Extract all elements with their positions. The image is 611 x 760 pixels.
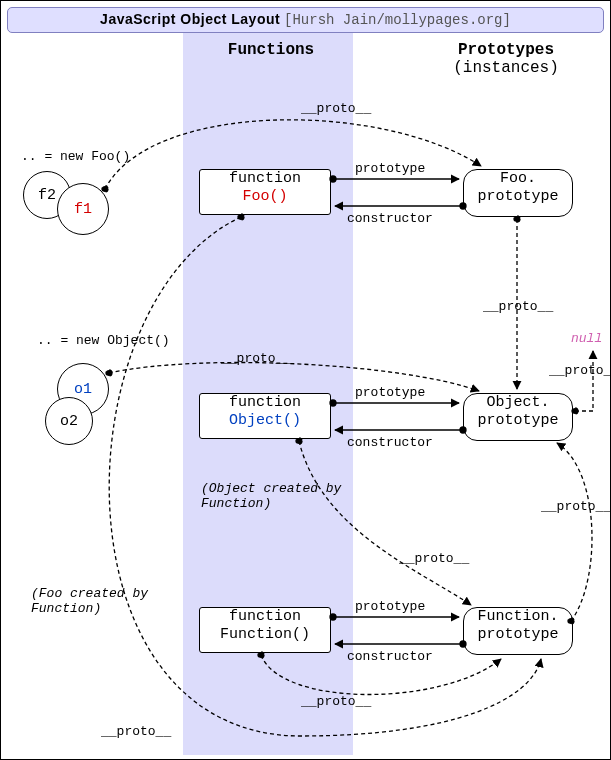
node-instance-o2: o2 xyxy=(45,397,93,445)
node-function-function: function Function() xyxy=(199,607,331,653)
fun-proto-l2: prototype xyxy=(477,626,558,643)
fn-function-kw: function xyxy=(229,608,301,625)
obj-proto-l2: prototype xyxy=(477,412,558,429)
node-foo-prototype: Foo. prototype xyxy=(463,169,573,217)
label-new-foo: .. = new Foo() xyxy=(21,149,130,164)
label-new-object: .. = new Object() xyxy=(37,333,170,348)
column-header-prototypes: Prototypes (instances) xyxy=(431,41,581,77)
edge-function-constructor xyxy=(335,641,466,647)
fn-foo-kw: function xyxy=(229,170,301,187)
label-null: null xyxy=(571,331,602,346)
label-prototype-obj: prototype xyxy=(355,385,425,400)
label-proto-f1: __proto__ xyxy=(301,101,371,116)
svg-point-13 xyxy=(106,370,112,376)
instance-o1-label: o1 xyxy=(74,381,92,398)
fn-object-kw: function xyxy=(229,394,301,411)
node-function-foo: function Foo() xyxy=(199,169,331,215)
svg-point-12 xyxy=(102,186,108,192)
label-proto-foo-to-funcpro: __proto__ xyxy=(101,724,171,739)
title-sub: [Hursh Jain/mollypages.org] xyxy=(284,12,511,28)
edge-funcpro-proto-objpro xyxy=(557,443,592,624)
fn-foo-name: Foo() xyxy=(242,188,287,205)
edge-object-constructor xyxy=(335,427,466,433)
fn-function-name: Function() xyxy=(220,626,310,643)
label-constructor-func: constructor xyxy=(347,649,433,664)
diagram-canvas: JavaScript Object Layout [Hursh Jain/mol… xyxy=(0,0,611,760)
fun-proto-l1: Function. xyxy=(477,608,558,625)
title-main: JavaScript Object Layout xyxy=(100,11,280,27)
label-proto-objpro-null: __proto__ xyxy=(549,363,611,378)
label-prototype-foo: prototype xyxy=(355,161,425,176)
label-proto-obj-to-funcpro: __proto__ xyxy=(399,551,469,566)
node-function-prototype: Function. prototype xyxy=(463,607,573,655)
obj-proto-l1: Object. xyxy=(486,394,549,411)
node-instance-f1: f1 xyxy=(57,183,109,235)
column-header-prototypes-main: Prototypes xyxy=(458,41,554,59)
label-constructor-obj: constructor xyxy=(347,435,433,450)
node-function-object: function Object() xyxy=(199,393,331,439)
label-proto-o1: __proto__ xyxy=(221,351,291,366)
foo-proto-l1: Foo. xyxy=(500,170,536,187)
edge-foo-constructor xyxy=(335,203,466,209)
fn-object-name: Object() xyxy=(229,412,301,429)
label-constructor-foo: constructor xyxy=(347,211,433,226)
label-proto-foo-obj: __proto__ xyxy=(483,299,553,314)
edge-objpro-proto-null xyxy=(572,351,593,414)
column-header-prototypes-sub: (instances) xyxy=(431,59,581,77)
instance-f2-label: f2 xyxy=(38,187,56,204)
note-object-created: (Object created by Function) xyxy=(201,481,361,511)
label-proto-func-self: __proto__ xyxy=(301,694,371,709)
foo-proto-l2: prototype xyxy=(477,188,558,205)
column-header-functions: Functions xyxy=(211,41,331,59)
label-prototype-func: prototype xyxy=(355,599,425,614)
instance-o2-label: o2 xyxy=(60,413,78,430)
label-proto-funcpro-objpro: __proto__ xyxy=(541,499,611,514)
note-foo-created: (Foo created by Function) xyxy=(31,586,151,616)
instance-f1-label: f1 xyxy=(74,201,92,218)
title-bar: JavaScript Object Layout [Hursh Jain/mol… xyxy=(7,7,604,33)
node-object-prototype: Object. prototype xyxy=(463,393,573,441)
